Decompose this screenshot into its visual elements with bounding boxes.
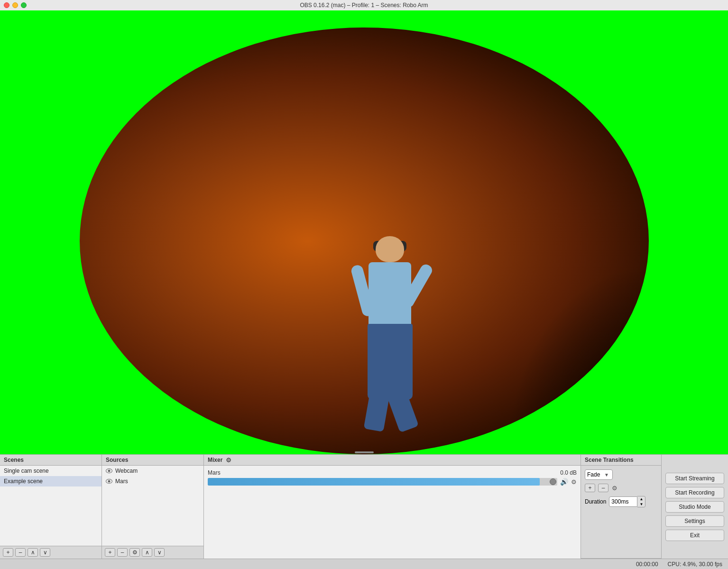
transitions-panel: Scene Transitions Fade Cut Swipe Slide ▼ bbox=[581, 455, 662, 559]
preview-canvas bbox=[0, 10, 728, 454]
scenes-toolbar: + – ∧ ∨ bbox=[0, 546, 101, 559]
duration-row: Duration ▲ ▼ bbox=[585, 496, 657, 507]
transition-add-button[interactable]: + bbox=[585, 484, 595, 492]
sources-toolbar: + – ⚙ ∧ ∨ bbox=[102, 546, 203, 559]
sources-remove-button[interactable]: – bbox=[117, 548, 128, 557]
mute-icon[interactable]: 🔊 bbox=[560, 478, 568, 486]
mixer-track-mars: Mars 0.0 dB 🔊 ⚙ bbox=[208, 469, 577, 486]
mixer-track-name: Mars bbox=[208, 469, 221, 476]
duration-stepper: ▲ ▼ bbox=[637, 496, 645, 507]
eye-icon-webcam bbox=[106, 468, 112, 473]
start-streaming-button[interactable]: Start Streaming bbox=[665, 473, 724, 484]
exit-button[interactable]: Exit bbox=[665, 530, 724, 541]
minimize-button[interactable] bbox=[12, 2, 18, 8]
duration-input[interactable] bbox=[609, 496, 637, 507]
preview-area bbox=[0, 10, 728, 454]
mixer-settings-icon[interactable]: ⚙ bbox=[225, 457, 232, 463]
start-recording-button[interactable]: Start Recording bbox=[665, 487, 724, 498]
transitions-header: Scene Transitions bbox=[581, 455, 661, 466]
source-item-webcam[interactable]: Webcam bbox=[102, 466, 203, 476]
transition-settings-icon[interactable]: ⚙ bbox=[611, 485, 618, 491]
statusbar: 00:00:00 CPU: 4.9%, 30.00 fps bbox=[0, 559, 728, 569]
status-time: 00:00:00 bbox=[636, 561, 658, 568]
sources-panel: Sources Webcam Mars + – ⚙ ∧ ∨ bbox=[102, 455, 204, 559]
volume-bar-fill bbox=[208, 478, 540, 486]
window-title: OBS 0.16.2 (mac) – Profile: 1 – Scenes: … bbox=[300, 2, 428, 9]
scenes-list: Single cam scene Example scene bbox=[0, 466, 101, 546]
scenes-panel: Scenes Single cam scene Example scene + … bbox=[0, 455, 102, 559]
sources-down-button[interactable]: ∨ bbox=[154, 548, 165, 557]
sources-up-button[interactable]: ∧ bbox=[142, 548, 152, 557]
scenes-remove-button[interactable]: – bbox=[15, 548, 26, 557]
window-controls bbox=[4, 2, 27, 8]
controls-panel: Start Streaming Start Recording Studio M… bbox=[662, 455, 728, 559]
status-cpu: CPU: 4.9%, 30.00 fps bbox=[668, 561, 722, 568]
bottom-panels: Scenes Single cam scene Example scene + … bbox=[0, 454, 728, 569]
transition-type-select[interactable]: Fade Cut Swipe Slide bbox=[585, 469, 613, 480]
mixer-header: Mixer ⚙ bbox=[204, 455, 581, 466]
studio-mode-button[interactable]: Studio Mode bbox=[665, 501, 724, 513]
duration-input-container: ▲ ▼ bbox=[609, 496, 645, 507]
scenes-up-button[interactable]: ∧ bbox=[28, 548, 38, 557]
scenes-add-button[interactable]: + bbox=[3, 548, 13, 557]
mixer-panel: Mixer ⚙ Mars 0.0 dB 🔊 ⚙ bbox=[204, 455, 581, 559]
person-head bbox=[376, 236, 404, 262]
mixer-track-db: 0.0 dB bbox=[560, 469, 577, 476]
transition-type-row: Fade Cut Swipe Slide ▼ bbox=[585, 469, 657, 480]
close-button[interactable] bbox=[4, 2, 9, 8]
person-leg-right bbox=[385, 386, 418, 433]
sources-add-button[interactable]: + bbox=[105, 548, 115, 557]
maximize-button[interactable] bbox=[21, 2, 27, 8]
scene-item-example[interactable]: Example scene bbox=[0, 476, 101, 486]
source-item-mars[interactable]: Mars bbox=[102, 476, 203, 486]
mixer-track-header: Mars 0.0 dB bbox=[208, 469, 577, 476]
scenes-header: Scenes bbox=[0, 455, 101, 466]
volume-knob[interactable] bbox=[550, 478, 556, 485]
sources-settings-button[interactable]: ⚙ bbox=[129, 548, 140, 557]
panels-row: Scenes Single cam scene Example scene + … bbox=[0, 454, 728, 559]
transition-remove-button[interactable]: – bbox=[598, 484, 608, 492]
transitions-content: Fade Cut Swipe Slide ▼ + – ⚙ Duration bbox=[581, 466, 661, 558]
scene-item-single-cam[interactable]: Single cam scene bbox=[0, 466, 101, 476]
eye-icon-mars bbox=[106, 479, 112, 484]
settings-button[interactable]: Settings bbox=[665, 515, 724, 527]
person-figure bbox=[347, 236, 433, 435]
duration-decrement-button[interactable]: ▼ bbox=[637, 502, 645, 507]
person-body bbox=[369, 262, 411, 329]
scenes-down-button[interactable]: ∨ bbox=[40, 548, 50, 557]
preview-scrollbar[interactable] bbox=[355, 451, 374, 453]
sources-header: Sources bbox=[102, 455, 203, 466]
mixer-track-settings-icon[interactable]: ⚙ bbox=[571, 478, 577, 486]
titlebar: OBS 0.16.2 (mac) – Profile: 1 – Scenes: … bbox=[0, 0, 728, 10]
duration-label: Duration bbox=[585, 498, 606, 505]
sources-list: Webcam Mars bbox=[102, 466, 203, 546]
transition-add-row: + – ⚙ bbox=[585, 484, 657, 492]
mixer-track-controls: 🔊 ⚙ bbox=[208, 478, 577, 486]
volume-bar-container[interactable] bbox=[208, 478, 557, 486]
mixer-content: Mars 0.0 dB 🔊 ⚙ bbox=[204, 466, 581, 559]
transition-select-wrapper: Fade Cut Swipe Slide ▼ bbox=[585, 469, 609, 480]
dark-corner bbox=[507, 265, 649, 454]
duration-increment-button[interactable]: ▲ bbox=[637, 496, 645, 502]
